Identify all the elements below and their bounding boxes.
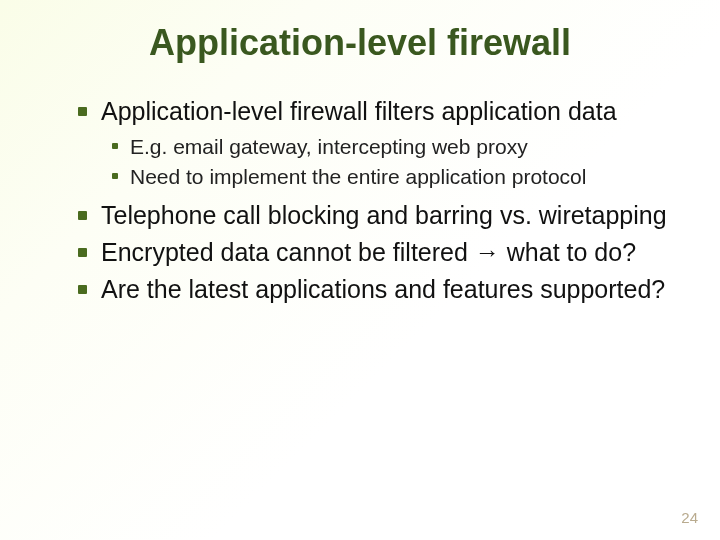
list-item: E.g. email gateway, intercepting web pro… bbox=[112, 133, 680, 160]
list-item: Need to implement the entire application… bbox=[112, 163, 680, 190]
page-number: 24 bbox=[681, 509, 698, 526]
list-item-text: Are the latest applications and features… bbox=[101, 274, 665, 305]
list-item-text: Encrypted data cannot be filtered → what… bbox=[101, 237, 636, 268]
list-item: Application-level firewall filters appli… bbox=[78, 96, 680, 127]
list-item-text: Telephone call blocking and barring vs. … bbox=[101, 200, 667, 231]
bullet-icon bbox=[78, 285, 87, 294]
bullet-icon bbox=[112, 143, 118, 149]
slide: Application-level firewall Application-l… bbox=[0, 0, 720, 540]
bullet-icon bbox=[112, 173, 118, 179]
slide-content: Application-level firewall filters appli… bbox=[78, 96, 680, 312]
list-item-text: E.g. email gateway, intercepting web pro… bbox=[130, 133, 528, 160]
slide-title: Application-level firewall bbox=[0, 22, 720, 64]
sublist: E.g. email gateway, intercepting web pro… bbox=[78, 133, 680, 190]
bullet-icon bbox=[78, 107, 87, 116]
bullet-icon bbox=[78, 211, 87, 220]
list-item-text: Need to implement the entire application… bbox=[130, 163, 586, 190]
list-item: Telephone call blocking and barring vs. … bbox=[78, 200, 680, 231]
list-item-text: Application-level firewall filters appli… bbox=[101, 96, 617, 127]
list-item: Encrypted data cannot be filtered → what… bbox=[78, 237, 680, 268]
list-item: Are the latest applications and features… bbox=[78, 274, 680, 305]
bullet-icon bbox=[78, 248, 87, 257]
